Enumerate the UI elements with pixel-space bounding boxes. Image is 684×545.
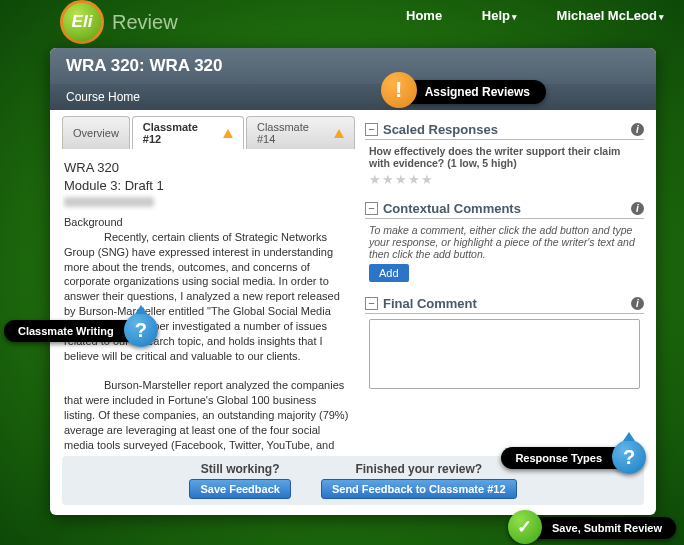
alert-icon: !: [381, 72, 417, 108]
nav-home[interactable]: Home: [406, 8, 442, 23]
scaled-responses-title: Scaled Responses: [383, 122, 498, 137]
finished-review-label: Finished your review?: [321, 462, 517, 476]
tab-classmate-12[interactable]: Classmate #12: [132, 116, 244, 149]
nav-user[interactable]: Michael McLeod▾: [539, 8, 664, 23]
page-title: WRA 320: WRA 320: [50, 48, 656, 84]
info-icon[interactable]: i: [631, 123, 644, 136]
doc-author-redacted: [64, 197, 154, 207]
warning-icon: [223, 129, 233, 138]
contextual-comments-body: To make a comment, either click the add …: [365, 219, 644, 290]
callout-save-submit: ✓ Save, Submit Review: [510, 517, 676, 539]
save-feedback-button[interactable]: Save Feedback: [189, 479, 291, 499]
assigned-reviews-pill: ! Assigned Reviews: [385, 80, 546, 104]
logo-text: Review: [112, 11, 178, 34]
send-feedback-button[interactable]: Send Feedback to Classmate #12: [321, 479, 517, 499]
review-tabs: Overview Classmate #12 Classmate #14: [62, 116, 355, 149]
final-comment-input[interactable]: [369, 319, 640, 389]
doc-module: Module 3: Draft 1: [64, 177, 349, 195]
logo-badge-icon: Eli: [60, 0, 104, 44]
subheader: Course Home ! Assigned Reviews: [50, 84, 656, 110]
callout-response-types: Response Types ?: [501, 447, 644, 469]
question-icon: ?: [612, 440, 646, 474]
scaled-responses-header: − Scaled Responses i: [365, 120, 644, 140]
top-nav: Home Help▾ Michael McLeod▾: [388, 8, 664, 23]
collapse-scaled-button[interactable]: −: [365, 123, 378, 136]
logo[interactable]: Eli Review: [60, 0, 178, 44]
info-icon[interactable]: i: [631, 202, 644, 215]
info-icon[interactable]: i: [631, 297, 644, 310]
final-comment-header: − Final Comment i: [365, 294, 644, 314]
callout-save-submit-label: Save, Submit Review: [552, 522, 662, 534]
tab-classmate-14-label: Classmate #14: [257, 121, 330, 145]
warning-icon: [334, 129, 344, 138]
scaled-prompt: How effectively does the writer support …: [369, 145, 640, 169]
add-comment-button[interactable]: Add: [369, 264, 409, 282]
main-panel: WRA 320: WRA 320 Course Home ! Assigned …: [50, 48, 656, 515]
final-comment-title: Final Comment: [383, 296, 477, 311]
tab-classmate-12-label: Classmate #12: [143, 121, 219, 145]
callout-classmate-writing-label: Classmate Writing: [18, 325, 114, 337]
check-icon: ✓: [508, 510, 542, 544]
callout-classmate-writing: Classmate Writing ?: [4, 320, 156, 342]
final-comment-body: [365, 314, 644, 399]
assigned-reviews-label: Assigned Reviews: [425, 85, 530, 99]
tab-classmate-14[interactable]: Classmate #14: [246, 116, 355, 149]
doc-course: WRA 320: [64, 159, 349, 177]
doc-paragraph-1: Recently, certain clients of Strategic N…: [64, 230, 349, 364]
question-icon: ?: [124, 313, 158, 347]
contextual-comments-header: − Contextual Comments i: [365, 199, 644, 219]
scaled-responses-body: How effectively does the writer support …: [365, 140, 644, 195]
course-home-link[interactable]: Course Home: [66, 90, 140, 104]
contextual-hint: To make a comment, either click the add …: [369, 224, 640, 260]
collapse-contextual-button[interactable]: −: [365, 202, 378, 215]
rating-stars[interactable]: ★★★★★: [369, 172, 640, 187]
collapse-final-button[interactable]: −: [365, 297, 378, 310]
callout-response-types-label: Response Types: [515, 452, 602, 464]
nav-help[interactable]: Help▾: [464, 8, 517, 23]
doc-heading-background: Background: [64, 215, 349, 230]
still-working-label: Still working?: [189, 462, 291, 476]
tab-overview[interactable]: Overview: [62, 116, 130, 149]
contextual-comments-title: Contextual Comments: [383, 201, 521, 216]
